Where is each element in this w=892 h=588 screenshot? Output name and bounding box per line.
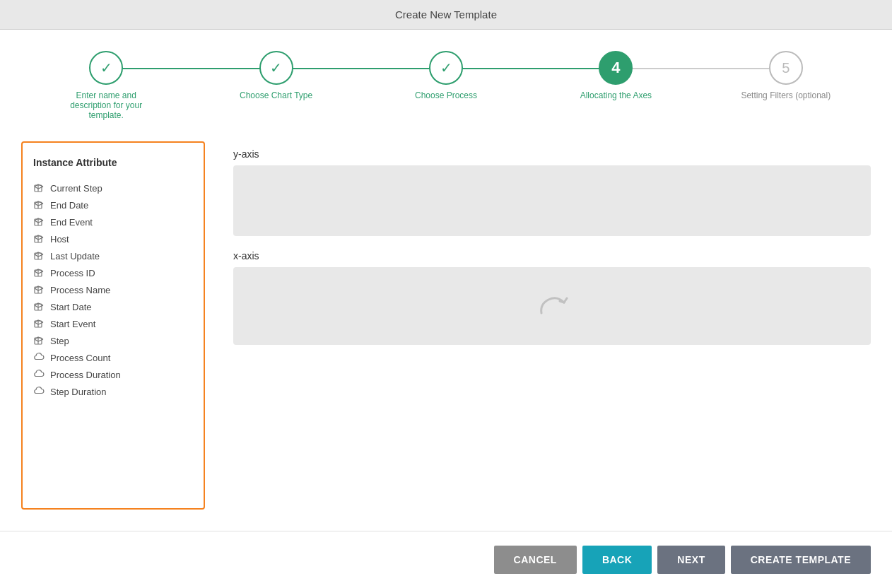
cube-icon xyxy=(33,284,45,295)
cube-icon xyxy=(33,233,45,245)
attr-host-label: Host xyxy=(50,234,69,245)
step-2-connector xyxy=(276,68,446,69)
step-1-label: Enter name and description for your temp… xyxy=(57,90,155,120)
cube-icon xyxy=(33,335,45,346)
cloud-icon xyxy=(33,386,45,397)
attr-process-duration-label: Process Duration xyxy=(50,370,121,380)
attr-last-update[interactable]: Last Update xyxy=(33,247,193,264)
attr-last-update-label: Last Update xyxy=(50,251,100,261)
cube-icon xyxy=(33,216,45,228)
y-axis-label: y-axis xyxy=(233,148,871,160)
attr-step-label: Step xyxy=(50,336,69,346)
step-4-label: Allocating the Axes xyxy=(580,90,652,100)
attr-process-name[interactable]: Process Name xyxy=(33,281,193,298)
step-3-circle: ✓ xyxy=(429,51,463,85)
attr-end-event[interactable]: End Event xyxy=(33,213,193,230)
attr-current-step[interactable]: Current Step xyxy=(33,180,193,196)
step-2-checkmark: ✓ xyxy=(270,59,282,76)
back-button[interactable]: BACK xyxy=(582,546,652,574)
attr-start-date[interactable]: Start Date xyxy=(33,298,193,315)
step-3-checkmark: ✓ xyxy=(440,59,452,76)
cloud-icon xyxy=(33,369,45,380)
step-1: ✓ Enter name and description for your te… xyxy=(21,51,191,120)
attr-start-date-label: Start Date xyxy=(50,302,92,312)
cube-icon xyxy=(33,318,45,329)
y-axis-section: y-axis xyxy=(233,148,871,236)
attr-process-count[interactable]: Process Count xyxy=(33,349,193,366)
step-1-checkmark: ✓ xyxy=(100,59,112,76)
create-template-button[interactable]: CREATE TEMPLATE xyxy=(731,546,871,574)
loading-arc-icon xyxy=(534,288,570,324)
step-3-label: Choose Process xyxy=(415,90,477,100)
step-3: ✓ Choose Process xyxy=(361,51,531,100)
attr-end-date-label: End Date xyxy=(50,200,88,211)
footer: CANCEL BACK NEXT CREATE TEMPLATE xyxy=(0,531,892,588)
cube-icon xyxy=(33,250,45,261)
attr-process-count-label: Process Count xyxy=(50,353,110,363)
instance-attribute-panel: Instance Attribute Current Step xyxy=(21,141,205,510)
page-header: Create New Template xyxy=(0,0,892,30)
attr-process-duration[interactable]: Process Duration xyxy=(33,366,193,383)
attr-process-name-label: Process Name xyxy=(50,285,110,295)
attr-end-event-label: End Event xyxy=(50,217,93,228)
step-2-circle: ✓ xyxy=(259,51,293,85)
x-axis-drop-area[interactable] xyxy=(233,267,871,345)
step-2-label: Choose Chart Type xyxy=(240,90,312,100)
cloud-icon xyxy=(33,352,45,363)
attr-end-date[interactable]: End Date xyxy=(33,196,193,213)
main-container: ✓ Enter name and description for your te… xyxy=(0,30,892,531)
attr-process-id[interactable]: Process ID xyxy=(33,264,193,281)
attr-process-id-label: Process ID xyxy=(50,268,95,278)
cube-icon xyxy=(33,199,45,211)
step-4: 4 Allocating the Axes xyxy=(531,51,700,100)
step-1-circle: ✓ xyxy=(89,51,123,85)
attr-step[interactable]: Step xyxy=(33,332,193,349)
step-4-connector xyxy=(616,68,785,69)
step-5: 5 Setting Filters (optional) xyxy=(701,51,871,100)
step-4-number: 4 xyxy=(611,59,620,77)
cancel-button[interactable]: CANCEL xyxy=(494,546,577,574)
step-3-connector xyxy=(446,68,616,69)
stepper: ✓ Enter name and description for your te… xyxy=(21,30,871,134)
step-4-circle: 4 xyxy=(599,51,633,85)
step-5-number: 5 xyxy=(782,60,790,76)
y-axis-drop-area[interactable] xyxy=(233,165,871,236)
page-title: Create New Template xyxy=(395,8,497,20)
step-2: ✓ Choose Chart Type xyxy=(191,51,360,100)
step-1-connector xyxy=(106,68,276,69)
x-axis-label: x-axis xyxy=(233,250,871,261)
cube-icon xyxy=(33,301,45,312)
cube-icon xyxy=(33,267,45,278)
attr-start-event[interactable]: Start Event xyxy=(33,315,193,332)
step-5-circle: 5 xyxy=(769,51,803,85)
attr-current-step-label: Current Step xyxy=(50,183,102,194)
content-area: Instance Attribute Current Step xyxy=(21,134,871,517)
next-button[interactable]: NEXT xyxy=(657,546,724,574)
x-axis-section: x-axis xyxy=(233,250,871,345)
attr-step-duration[interactable]: Step Duration xyxy=(33,383,193,400)
attr-step-duration-label: Step Duration xyxy=(50,387,107,397)
panel-title: Instance Attribute xyxy=(33,157,193,168)
cube-icon xyxy=(33,182,45,194)
step-5-label: Setting Filters (optional) xyxy=(741,90,831,100)
axes-panel: y-axis x-axis xyxy=(233,141,871,510)
attr-host[interactable]: Host xyxy=(33,230,193,247)
attr-start-event-label: Start Event xyxy=(50,319,95,329)
